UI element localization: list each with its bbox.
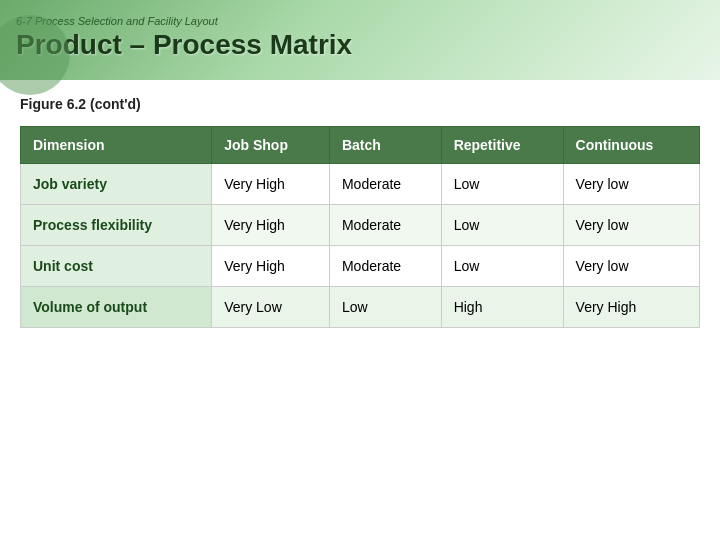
table-row: Volume of outputVery LowLowHighVery High [21, 287, 700, 328]
cell-continuous: Very low [563, 246, 699, 287]
cell-job_shop: Very High [212, 205, 330, 246]
cell-job_shop: Very High [212, 246, 330, 287]
cell-continuous: Very low [563, 164, 699, 205]
col-header-repetitive: Repetitive [441, 127, 563, 164]
col-header-dimension: Dimension [21, 127, 212, 164]
cell-job_shop: Very High [212, 164, 330, 205]
cell-batch: Moderate [329, 246, 441, 287]
cell-dimension: Job variety [21, 164, 212, 205]
cell-continuous: Very High [563, 287, 699, 328]
cell-dimension: Process flexibility [21, 205, 212, 246]
header: 6-7 Process Selection and Facility Layou… [0, 0, 720, 80]
product-process-matrix-table: Dimension Job Shop Batch Repetitive Cont… [20, 126, 700, 328]
cell-continuous: Very low [563, 205, 699, 246]
col-header-continuous: Continuous [563, 127, 699, 164]
table-row: Job varietyVery HighModerateLowVery low [21, 164, 700, 205]
table-row: Process flexibilityVery HighModerateLowV… [21, 205, 700, 246]
cell-dimension: Unit cost [21, 246, 212, 287]
cell-job_shop: Very Low [212, 287, 330, 328]
table-row: Unit costVery HighModerateLowVery low [21, 246, 700, 287]
cell-batch: Moderate [329, 164, 441, 205]
cell-repetitive: Low [441, 164, 563, 205]
main-content: Figure 6.2 (cont'd) Dimension Job Shop B… [0, 80, 720, 348]
cell-batch: Low [329, 287, 441, 328]
col-header-batch: Batch [329, 127, 441, 164]
cell-dimension: Volume of output [21, 287, 212, 328]
subtitle: Figure 6.2 (cont'd) [20, 96, 700, 112]
table-header-row: Dimension Job Shop Batch Repetitive Cont… [21, 127, 700, 164]
chapter-label: 6-7 Process Selection and Facility Layou… [16, 15, 704, 27]
col-header-jobshop: Job Shop [212, 127, 330, 164]
cell-repetitive: Low [441, 205, 563, 246]
page-title: Product – Process Matrix [16, 29, 704, 61]
cell-repetitive: High [441, 287, 563, 328]
cell-repetitive: Low [441, 246, 563, 287]
cell-batch: Moderate [329, 205, 441, 246]
